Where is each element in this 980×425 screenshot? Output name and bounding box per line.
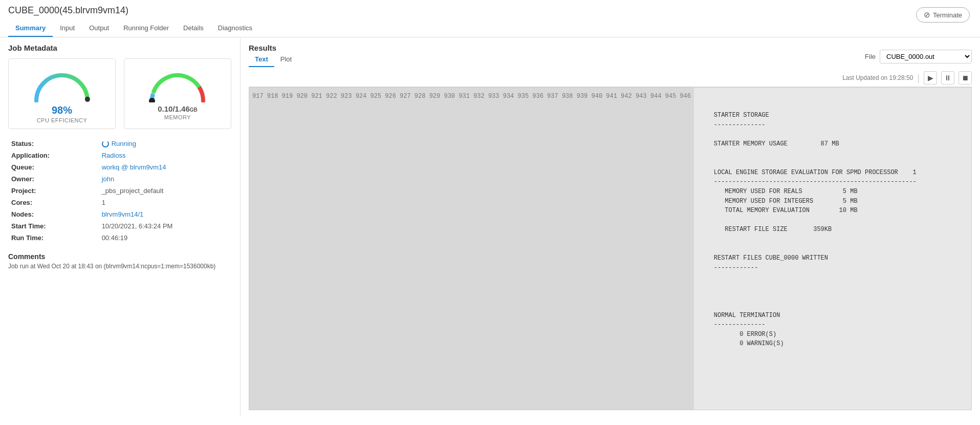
results-tabs: Text Plot [249, 52, 298, 67]
app-title: CUBE_0000(45.blrvm9vm14) [8, 5, 972, 20]
status-value: Running [112, 140, 136, 147]
toolbar-separator: | [917, 73, 920, 83]
memory-gauge: 0.10/1.46GB MEMORY [124, 58, 231, 129]
results-toolbar: Last Updated on 19:28:50 | ▶ ⏸ ⏹ [249, 69, 972, 87]
tab-input[interactable]: Input [53, 20, 82, 37]
meta-project: Project: _pbs_project_default [9, 185, 231, 196]
results-tab-plot[interactable]: Plot [274, 52, 298, 67]
owner-link[interactable]: john [102, 175, 115, 183]
running-spin-icon [102, 140, 109, 147]
code-content[interactable]: STARTER STORAGE -------------- STARTER M… [694, 88, 971, 410]
meta-queue: Queue: workq @ blrvm9vm14 [9, 162, 231, 173]
line-numbers: 917 918 919 920 921 922 923 924 925 926 … [249, 88, 694, 410]
gauges: 98% CPU EFFICIENCY 0.10/1.46GB MEMORY [8, 58, 232, 129]
meta-start-time: Start Time: 10/20/2021, 6:43:24 PM [9, 221, 231, 231]
tab-summary[interactable]: Summary [8, 20, 53, 37]
terminate-icon: ⊘ [924, 10, 930, 19]
results-tab-text[interactable]: Text [249, 52, 274, 67]
metadata-table: Status: Running Application: Radioss Que… [8, 137, 232, 244]
nodes-link[interactable]: blrvm9vm14/1 [102, 210, 144, 218]
tab-diagnostics[interactable]: Diagnostics [211, 20, 259, 37]
file-label: File [865, 53, 876, 60]
main-tabs: Summary Input Output Running Folder Deta… [8, 20, 972, 37]
results-title: Results [249, 44, 298, 52]
file-select[interactable]: CUBE_0000.out [880, 50, 972, 63]
job-metadata-title: Job Metadata [8, 44, 232, 52]
meta-run-time: Run Time: 00:46:19 [9, 232, 231, 243]
pause-button[interactable]: ⏸ [941, 71, 954, 84]
play-button[interactable]: ▶ [924, 71, 937, 84]
tab-details[interactable]: Details [176, 20, 211, 37]
meta-status: Status: Running [9, 138, 231, 149]
memory-value: 0.10/1.46GB [132, 104, 224, 113]
meta-nodes: Nodes: blrvm9vm14/1 [9, 209, 231, 220]
meta-owner: Owner: john [9, 174, 231, 184]
stop-button[interactable]: ⏹ [959, 71, 972, 84]
application-link[interactable]: Radioss [102, 152, 126, 159]
cpu-label: CPU EFFICIENCY [16, 117, 108, 123]
last-updated: Last Updated on 19:28:50 [842, 74, 913, 81]
comments-section: Comments Job run at Wed Oct 20 at 18:43 … [8, 252, 232, 270]
tab-running-folder[interactable]: Running Folder [116, 20, 176, 37]
tab-output[interactable]: Output [82, 20, 116, 37]
meta-application: Application: Radioss [9, 150, 231, 161]
results-content: 917 918 919 920 921 922 923 924 925 926 … [249, 87, 972, 410]
file-selector: File CUBE_0000.out [865, 50, 972, 63]
cpu-value: 98% [16, 104, 108, 116]
left-panel: Job Metadata 98% CPU EFFICIENCY [0, 37, 241, 416]
meta-cores: Cores: 1 [9, 197, 231, 208]
comments-title: Comments [8, 252, 232, 261]
terminate-button[interactable]: ⊘ Terminate [916, 7, 970, 23]
right-panel: Results Text Plot File CUBE_0000.out [241, 37, 980, 416]
cpu-gauge: 98% CPU EFFICIENCY [8, 58, 116, 129]
queue-link[interactable]: workq @ blrvm9vm14 [102, 163, 166, 171]
comments-text: Job run at Wed Oct 20 at 18:43 on (blrvm… [8, 263, 232, 270]
memory-label: MEMORY [132, 114, 224, 120]
